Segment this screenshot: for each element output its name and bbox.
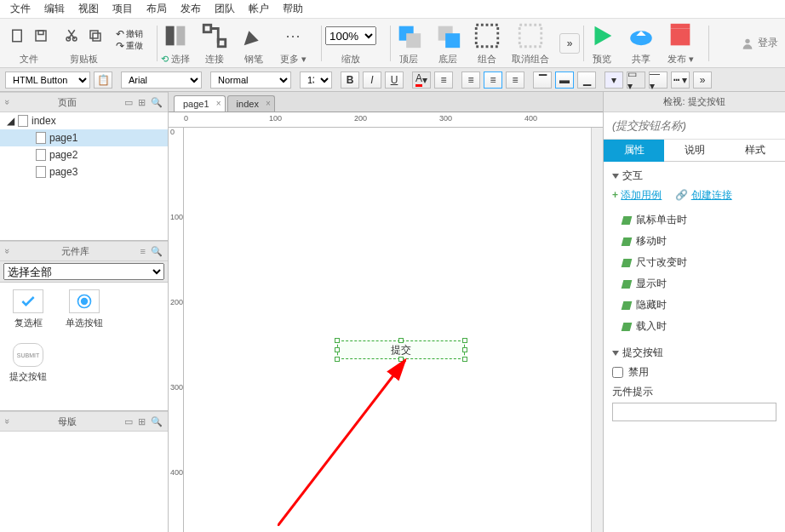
tab-page1[interactable]: page1× [174,95,226,112]
svg-rect-12 [406,33,421,48]
menu-view[interactable]: 视图 [72,2,106,16]
menu-layout[interactable]: 布局 [140,2,174,16]
bring-front-icon[interactable] [394,23,423,49]
canvas[interactable]: 提交 [184,128,591,532]
italic-button[interactable]: I [363,72,381,89]
fill-color-button[interactable]: ▾ [605,72,623,89]
event-onhide[interactable]: 隐藏时 [622,295,776,316]
paste-style-icon[interactable]: 📋 [94,72,112,89]
copy-icon[interactable] [85,26,106,46]
align-left-button[interactable]: ≡ [461,72,480,89]
overflow-icon[interactable]: » [559,33,580,54]
collapse-icon[interactable]: » [3,249,13,254]
menu-project[interactable]: 项目 [106,2,140,16]
valign-top-button[interactable]: ▔ [533,72,552,89]
lib-item-checkbox[interactable]: 复选框 [7,289,49,329]
search-page-icon[interactable]: 🔍 [151,97,163,108]
group-icon[interactable] [473,23,501,49]
page-icon [36,132,46,144]
zoom-select[interactable]: 100% [325,26,376,45]
inspector-tab-properties[interactable]: 属性 [604,140,664,162]
add-folder-icon[interactable]: ⊞ [138,97,146,108]
pen-tool-icon[interactable] [239,23,268,49]
publish-icon[interactable] [666,23,695,49]
event-onshow[interactable]: 显示时 [622,273,776,295]
valign-mid-button[interactable]: ▬ [555,72,574,89]
create-link-link[interactable]: 创建连接 [691,189,732,201]
disabled-checkbox[interactable] [612,367,623,378]
close-icon[interactable]: × [216,99,221,108]
undo-icon[interactable]: ↶ [116,28,124,40]
more-tool-icon[interactable]: ⋯ [278,23,307,49]
event-onclick[interactable]: 鼠标单击时 [622,209,776,231]
widget-name-input[interactable] [612,119,776,132]
library-selector[interactable]: 选择全部 [3,263,164,280]
menu-edit[interactable]: 编辑 [37,2,72,16]
font-color-button[interactable]: A ▾ [412,72,431,89]
section-interactions[interactable]: 交互 [612,169,776,183]
bullets-button[interactable]: ≡ [434,72,453,89]
share-icon[interactable] [627,23,656,49]
underline-button[interactable]: U [385,72,404,89]
menu-account[interactable]: 帐户 [242,2,276,16]
save-icon[interactable] [31,26,51,46]
collapse-icon[interactable]: » [3,419,13,424]
login-button[interactable]: 登录 [741,36,778,50]
hint-input[interactable] [612,403,776,421]
tab-index[interactable]: index× [227,95,275,112]
tree-item-page3[interactable]: page3 [0,163,168,180]
font-select[interactable]: Arial [121,72,202,89]
event-onresize[interactable]: 尺寸改变时 [622,252,776,273]
scrollbar-vertical[interactable] [591,128,603,532]
cut-icon[interactable] [61,26,82,46]
border-color-button[interactable]: ▭ ▾ [627,72,645,89]
font-weight-select[interactable]: Normal [210,72,291,89]
tree-item-page1[interactable]: page1 [0,129,168,146]
align-right-button[interactable]: ≡ [506,72,524,89]
search-lib-icon[interactable]: 🔍 [151,246,163,257]
preview-icon[interactable] [587,23,616,49]
preview-label: 预览 [593,53,611,66]
valign-bot-button[interactable]: ▁ [577,72,596,89]
bold-button[interactable]: B [341,72,359,89]
redo-icon[interactable]: ↷ [116,40,124,52]
event-onload[interactable]: 载入时 [622,316,776,337]
menu-help[interactable]: 帮助 [276,2,310,16]
menu-publish[interactable]: 发布 [174,2,208,16]
selected-widget-submit[interactable]: 提交 [337,340,465,359]
ungroup-icon[interactable] [516,23,545,49]
add-master-icon[interactable]: ▭ [124,416,133,427]
section-submit-button[interactable]: 提交按钮 [612,346,776,360]
new-file-icon[interactable] [7,26,27,46]
search-master-icon[interactable]: 🔍 [151,416,163,427]
menu-team[interactable]: 团队 [208,2,242,16]
add-case-link[interactable]: 添加用例 [621,189,662,201]
inspector-tab-style[interactable]: 样式 [725,140,785,162]
add-page-icon[interactable]: ▭ [124,97,133,108]
close-icon[interactable]: × [266,99,271,108]
tree-root[interactable]: ◢index [0,112,168,129]
lib-item-submit[interactable]: SUBMIT 提交按钮 [7,343,49,383]
lib-label: 复选框 [14,317,43,329]
add-master-folder-icon[interactable]: ⊞ [138,416,146,427]
widget-type-select[interactable]: HTML Button [5,72,90,89]
menu-file[interactable]: 文件 [3,2,37,16]
overflow-style-icon[interactable]: » [693,72,712,89]
align-center-button[interactable]: ≡ [484,72,502,89]
zoom-label: 缩放 [341,53,360,66]
menu-icon[interactable]: ≡ [140,246,146,257]
inspector-tab-notes[interactable]: 说明 [664,140,725,162]
master-panel-header: » 母版 ▭⊞🔍 [0,411,168,432]
link-icon: 🔗 [675,189,688,201]
collapse-icon[interactable]: » [3,100,13,105]
font-size-select[interactable]: 13 [300,72,332,89]
lib-item-radio[interactable]: 单选按钮 [63,289,106,329]
bolt-icon [622,216,633,225]
connect-tool-icon[interactable] [200,23,229,49]
send-back-icon[interactable] [433,23,462,49]
select-tool-icon[interactable] [161,23,190,49]
event-onmove[interactable]: 移动时 [622,231,776,252]
border-width-button[interactable]: — ▾ [649,72,668,89]
border-style-button[interactable]: ┅ ▾ [671,72,690,89]
tree-item-page2[interactable]: page2 [0,146,168,163]
